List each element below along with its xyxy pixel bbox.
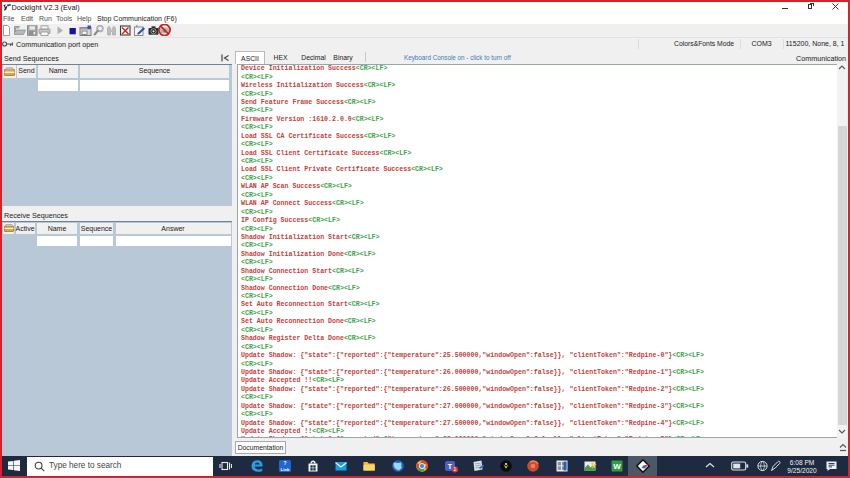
svg-text:Link: Link	[280, 467, 290, 472]
svg-text:W: W	[614, 462, 622, 471]
svg-text:?: ?	[283, 460, 286, 466]
svg-text:1: 1	[453, 466, 456, 472]
